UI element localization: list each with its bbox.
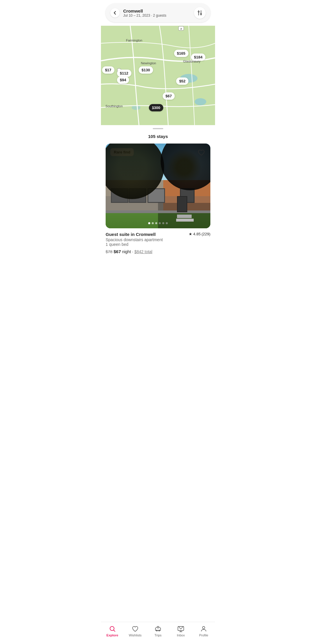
price-pin-17[interactable]: $17 xyxy=(102,66,114,74)
price-total[interactable]: $842 total xyxy=(134,249,152,254)
city-label-southington: Southington xyxy=(106,104,123,108)
dot-1 xyxy=(148,222,150,224)
dot-3 xyxy=(155,222,157,224)
dot-2 xyxy=(152,222,154,224)
star-icon: ★ xyxy=(189,232,192,236)
price-pin-94[interactable]: $94 xyxy=(117,76,129,84)
price-pin-52[interactable]: $52 xyxy=(176,77,188,85)
city-label-newington: Newington xyxy=(141,61,156,65)
back-button[interactable] xyxy=(110,8,120,18)
listing-image[interactable]: Rare find xyxy=(106,144,210,228)
rating-count: (229) xyxy=(202,232,210,236)
listing-info: Guest suite in Cromwell ★ 4.85 (229) Spa… xyxy=(106,228,210,256)
listing-card[interactable]: Rare find Guest suite in Cromwell ★ 4.85… xyxy=(106,144,210,256)
price-current: $67 xyxy=(114,249,121,254)
price-pin-130[interactable]: $130 xyxy=(139,66,153,74)
stays-count: 105 stays xyxy=(101,132,215,144)
price-pin-300-container[interactable]: $300 xyxy=(149,106,152,109)
listing-price: $78 $67 night · $842 total xyxy=(106,249,210,254)
price-pin-67[interactable]: $67 xyxy=(163,92,175,100)
search-details: Jul 10 – 21, 2023 · 2 guests xyxy=(123,13,166,18)
price-pin-112[interactable]: $112 xyxy=(117,70,131,77)
price-original: $78 xyxy=(106,249,112,254)
header-text: Cromwell Jul 10 – 21, 2023 · 2 guests xyxy=(123,8,166,18)
price-pin-165[interactable]: $165 xyxy=(174,50,188,57)
listing-title: Guest suite in Cromwell xyxy=(106,232,189,237)
listing-subtitle: Spacious downstairs apartment xyxy=(106,237,210,242)
map[interactable]: 2 6 Farmington Newington Glastonbury Sou… xyxy=(101,26,215,125)
price-pin-184[interactable]: $184 xyxy=(191,53,205,61)
rating-score: 4.85 xyxy=(193,232,200,236)
drag-handle[interactable] xyxy=(153,128,163,129)
svg-point-8 xyxy=(195,98,206,105)
filter-button[interactable] xyxy=(194,7,206,19)
listing-rating: ★ 4.85 (229) xyxy=(189,232,210,236)
svg-text:2: 2 xyxy=(181,27,182,30)
search-location: Cromwell xyxy=(123,8,166,13)
price-unit: night · xyxy=(122,249,134,254)
search-header[interactable]: Cromwell Jul 10 – 21, 2023 · 2 guests xyxy=(106,4,210,22)
listing-bed: 1 queen bed xyxy=(106,242,210,247)
city-label-farmington: Farmington xyxy=(126,39,142,42)
